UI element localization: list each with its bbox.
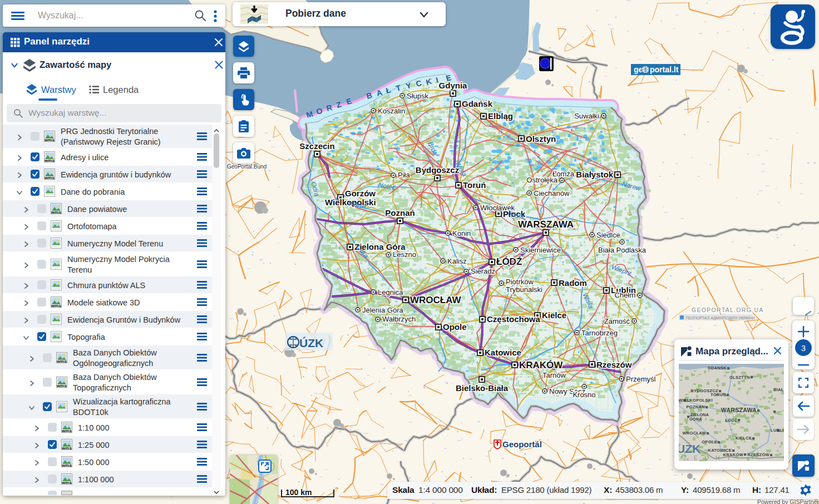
- svg-text:portal.lt: portal.lt: [650, 65, 679, 74]
- svg-text:BIAŁ: BIAŁ: [773, 387, 784, 392]
- svg-text:Rzeszów: Rzeszów: [596, 360, 632, 369]
- svg-text:Chełm: Chełm: [614, 291, 635, 299]
- svg-text:GÓRA: GÓRA: [689, 417, 702, 422]
- svg-text:Bielsko-Biała: Bielsko-Biała: [456, 383, 509, 393]
- svg-text:Biała Podlaska: Biała Podlaska: [598, 246, 647, 254]
- svg-text:RZESZÓW: RZESZÓW: [747, 452, 769, 457]
- svg-text:Bydgoszcz: Bydgoszcz: [416, 165, 459, 175]
- svg-text:Piotrków: Piotrków: [506, 278, 534, 286]
- svg-text:OLSZTYN: OLSZTYN: [729, 375, 750, 380]
- svg-text:Jelenia Góra: Jelenia Góra: [362, 306, 403, 314]
- svg-text:wms: wms: [61, 428, 72, 433]
- svg-text:Konin: Konin: [452, 229, 471, 238]
- svg-text:Koszalin: Koszalin: [378, 107, 405, 115]
- svg-text:Przemyśl: Przemyśl: [626, 375, 656, 383]
- svg-text:Gorzów: Gorzów: [345, 189, 376, 198]
- svg-text:ÚZK: ÚZK: [299, 337, 323, 349]
- svg-text:POZNAN: POZNAN: [687, 404, 705, 409]
- svg-text:wms: wms: [61, 480, 72, 485]
- svg-text:Krosno: Krosno: [573, 391, 595, 399]
- svg-text:Zamość: Zamość: [604, 317, 630, 325]
- svg-text:Toruń: Toruń: [463, 180, 486, 190]
- svg-text:Gdańsk: Gdańsk: [462, 99, 493, 108]
- svg-text:Gdynia: Gdynia: [439, 81, 468, 90]
- svg-text:Piła: Piła: [398, 171, 410, 179]
- svg-text:wms: wms: [44, 158, 55, 162]
- svg-text:Tarnów: Tarnów: [542, 371, 566, 379]
- svg-text:100 km: 100 km: [285, 488, 312, 497]
- svg-text:Ostrołęka: Ostrołęka: [526, 176, 557, 184]
- svg-text:Sieradz: Sieradz: [471, 267, 495, 275]
- svg-text:Tarnobrzeg: Tarnobrzeg: [581, 329, 618, 337]
- svg-text:Skierniewice: Skierniewice: [520, 246, 561, 254]
- svg-text:Z E C H Y: Z E C H Y: [683, 455, 733, 461]
- svg-text:wms: wms: [51, 303, 61, 308]
- svg-text:Elbląg: Elbląg: [488, 111, 513, 121]
- svg-text:Kalisz: Kalisz: [447, 257, 467, 265]
- svg-text:Poznań: Poznań: [385, 208, 415, 218]
- svg-text:WARSZAWA: WARSZAWA: [518, 219, 574, 230]
- svg-text:Kielce: Kielce: [542, 310, 566, 320]
- svg-text:Siedlce: Siedlce: [596, 231, 620, 239]
- svg-text:Wałbrzych: Wałbrzych: [382, 315, 416, 323]
- svg-text:Trybunalski: Trybunalski: [506, 285, 542, 294]
- svg-text:Opole: Opole: [443, 322, 467, 332]
- svg-text:KRAKÓW: KRAKÓW: [519, 360, 563, 370]
- svg-text:Słupsk: Słupsk: [407, 92, 429, 100]
- svg-text:wms: wms: [51, 210, 61, 214]
- svg-text:wms: wms: [61, 463, 72, 467]
- svg-text:Radom: Radom: [559, 278, 587, 288]
- svg-text:wms: wms: [44, 137, 55, 142]
- svg-text:Częstochowa: Częstochowa: [487, 314, 541, 324]
- svg-text:ŁÓDŹ: ŁÓDŹ: [725, 418, 737, 423]
- svg-text:WROCŁAW: WROCŁAW: [410, 295, 462, 305]
- svg-text:TORUN: TORUN: [711, 392, 726, 397]
- svg-text:GDANSK: GDANSK: [708, 365, 727, 370]
- svg-text:wms: wms: [56, 383, 67, 388]
- svg-text:Szczecin: Szczecin: [299, 141, 334, 151]
- svg-text:Ciechanów: Ciechanów: [534, 189, 570, 197]
- svg-text:UZK: UZK: [679, 442, 700, 455]
- svg-text:Olsztyn: Olsztyn: [526, 134, 556, 144]
- svg-text:W.WIELKOPOLSKI: W.WIELKOPOLSKI: [679, 398, 713, 403]
- svg-text:OPOLE: OPOLE: [702, 439, 717, 444]
- svg-text:WARSZAWA: WARSZAWA: [721, 407, 757, 413]
- svg-text:Białystok: Białystok: [576, 170, 613, 179]
- svg-text:Legnica: Legnica: [378, 288, 403, 297]
- svg-text:KIELCE: KIELCE: [736, 436, 752, 441]
- svg-text:ŁÓDŹ: ŁÓDŹ: [496, 256, 522, 267]
- svg-text:LUBLI: LUBLI: [771, 428, 784, 433]
- svg-text:GeoPortal.Bund: GeoPortal.Bund: [227, 164, 267, 170]
- svg-text:Katowice: Katowice: [485, 348, 521, 357]
- svg-text:wms: wms: [44, 175, 55, 180]
- svg-text:ГЕОПОРТАЛ АДМІНПОДІЛУ УКРАЇНИ: ГЕОПОРТАЛ АДМІНПОДІЛУ УКРАЇНИ: [686, 316, 755, 320]
- svg-text:Suwałki: Suwałki: [574, 112, 599, 120]
- svg-text:WROCŁAW: WROCŁAW: [682, 431, 706, 436]
- svg-text:Geoportál: Geoportál: [502, 439, 542, 449]
- svg-text:Leszno: Leszno: [393, 250, 416, 259]
- svg-text:GEOPORTAL.ORG.UA: GEOPORTAL.ORG.UA: [692, 307, 764, 313]
- svg-text:wms: wms: [56, 359, 67, 363]
- svg-text:wms: wms: [61, 446, 72, 450]
